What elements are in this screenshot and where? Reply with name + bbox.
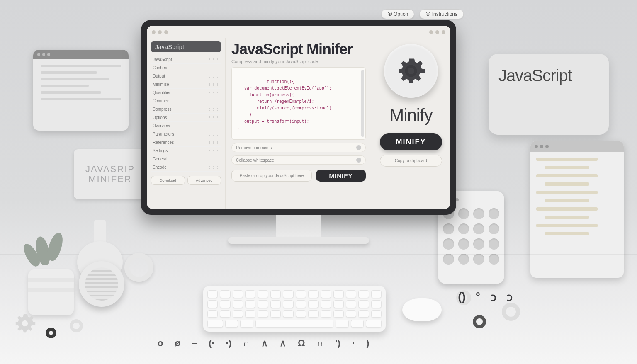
sidebar-item[interactable]: JavaScript⋮⋮⋮ — [151, 56, 221, 64]
ring-icon — [70, 319, 83, 332]
traffic-lights-right[interactable] — [429, 30, 445, 34]
glyph-row: oø–(··)∩∧∧Ω∩’)·) — [158, 338, 369, 349]
minify-pill-button[interactable]: MINIFY — [380, 133, 442, 150]
ring-icon — [473, 315, 486, 328]
pill-option[interactable]: ⦿ Option — [381, 9, 415, 19]
sidebar-item[interactable]: General⋮⋮⋮ — [151, 155, 221, 163]
sidebar-item[interactable]: Overview⋮⋮⋮ — [151, 122, 221, 130]
pill-instructions[interactable]: ⦿ Instructions — [419, 9, 464, 19]
minify-heading: Minify — [389, 105, 433, 125]
javascript-card: JavaScript — [489, 54, 609, 135]
gear-icon — [12, 311, 37, 336]
page-subtitle: Compress and minify your JavaScript code — [231, 59, 366, 64]
toggle-icon[interactable] — [356, 158, 361, 163]
gear-icon — [394, 54, 428, 87]
toggle-icon[interactable] — [356, 145, 361, 150]
keyboard — [203, 286, 386, 332]
sidebar-download-button[interactable]: Download — [151, 176, 185, 185]
traffic-lights-left[interactable] — [152, 30, 168, 34]
window-titlebar — [147, 26, 450, 38]
sidebar-advanced-button[interactable]: Advanced — [187, 176, 221, 185]
sidebar-item[interactable]: Options⋮⋮⋮ — [151, 114, 221, 122]
copy-button[interactable]: Copy to clipboard — [380, 155, 442, 167]
mini-window — [33, 50, 129, 131]
sidebar-item[interactable]: Settings⋮⋮⋮ — [151, 147, 221, 155]
option-collapse-whitespace[interactable]: Collapse whitespace — [231, 155, 366, 165]
top-pill-group: ⦿ Option ⦿ Instructions — [381, 9, 464, 19]
ring-icon — [124, 253, 153, 282]
glyph-row-2: ()°ɔɔ — [458, 290, 513, 304]
ring-icon — [502, 303, 520, 321]
sidebar-item[interactable]: References⋮⋮⋮ — [151, 138, 221, 147]
monitor: JavaScript JavaScript⋮⋮⋮Conhex⋮⋮⋮Output⋮… — [141, 20, 456, 235]
scrollbar[interactable] — [361, 70, 364, 137]
sidebar-header: JavaScript — [151, 41, 221, 52]
minify-button[interactable]: MINIFY — [316, 170, 366, 182]
code-sample: function(){ var document.getElementById(… — [237, 79, 332, 130]
globe-icon — [79, 261, 124, 307]
mouse — [402, 298, 442, 321]
sidebar-item[interactable]: Conhex⋮⋮⋮ — [151, 64, 221, 72]
ring-icon — [46, 328, 56, 338]
plant — [12, 220, 70, 315]
sidebar-item[interactable]: Encode⋮⋮⋮ — [151, 163, 221, 172]
page-title: JavaScript Minifer — [231, 41, 366, 58]
sidebar: JavaScript JavaScript⋮⋮⋮Conhex⋮⋮⋮Output⋮… — [147, 38, 226, 209]
sidebar-item[interactable]: Parameters⋮⋮⋮ — [151, 130, 221, 138]
side-code-window — [530, 141, 624, 278]
sidebar-item[interactable]: Minimise⋮⋮⋮ — [151, 80, 221, 89]
main-panel: JavaScript Minifer Compress and minify y… — [226, 38, 372, 209]
code-input[interactable]: function(){ var document.getElementById(… — [231, 67, 366, 140]
javascript-card-label: JavaScript — [498, 66, 572, 85]
gear-badge — [384, 44, 438, 98]
sidebar-item[interactable]: Comment⋮⋮⋮ — [151, 97, 221, 105]
svg-point-0 — [22, 320, 28, 326]
right-column: Minify MINIFY Copy to clipboard — [372, 38, 450, 209]
sidebar-item[interactable]: Compress⋮⋮⋮ — [151, 105, 221, 114]
sign-card: JAVASRIP MINIFER — [74, 149, 146, 199]
sidebar-item[interactable]: Quantifier⋮⋮⋮ — [151, 89, 221, 97]
sidebar-item[interactable]: Output⋮⋮⋮ — [151, 72, 221, 80]
option-remove-comments[interactable]: Remove comments — [231, 143, 366, 152]
paste-hint-button[interactable]: Paste or drop your JavaScript here — [231, 170, 312, 182]
